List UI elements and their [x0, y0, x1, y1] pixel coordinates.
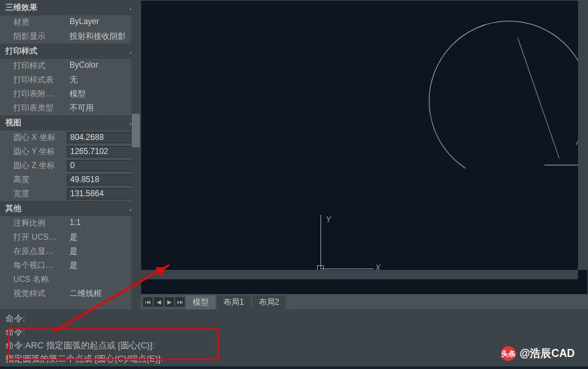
prop-row: UCS 名称 [0, 273, 140, 287]
viewport[interactable]: YX 指定圆弧的端点: 7.6696<251° [140, 0, 588, 295]
prop-row: 打印样式表无 [0, 73, 140, 87]
properties-panel: 三维效果▲ 材质ByLayer 阴影显示投射和接收阴影 打印样式▲ 打印样式By… [0, 0, 140, 309]
section-other[interactable]: 其他▲ [0, 201, 140, 216]
prop-row: 圆心 Y 坐标1265.7102 [0, 145, 140, 159]
prop-row: 圆心 X 坐标804.2688 [0, 131, 140, 145]
viewport-vscroll[interactable] [578, 1, 587, 270]
center-x-input[interactable]: 804.2688 [67, 132, 140, 143]
prop-row: 打开 UCS…是 [0, 230, 140, 244]
prop-row: 每个视口…是 [0, 259, 140, 273]
prop-row: 高度49.8518 [0, 173, 140, 187]
center-z-input[interactable]: 0 [67, 160, 140, 171]
section-3d-effects[interactable]: 三维效果▲ [0, 0, 140, 15]
tab-first-icon[interactable]: ⏮ [143, 297, 153, 307]
command-line[interactable]: 命令: 命令: 命令:ARC 指定圆弧的起点或 [圆心(C)]: 指定圆弧的第二… [0, 309, 588, 366]
prop-row: 打印表附…模型 [0, 87, 140, 101]
prop-row: 打印表类型不可用 [0, 101, 140, 115]
tab-last-icon[interactable]: ⏭ [175, 297, 185, 307]
prop-row: 打印样式ByColor [0, 59, 140, 73]
arc-preview [414, 6, 588, 197]
tab-layout2[interactable]: 布局2 [252, 295, 286, 309]
section-print-style[interactable]: 打印样式▲ [0, 44, 140, 59]
tab-layout1[interactable]: 布局1 [217, 295, 251, 309]
center-y-input[interactable]: 1265.7102 [67, 146, 140, 157]
prop-row: 宽度131.5864 [0, 187, 140, 201]
watermark: 头条 @浩辰CAD [501, 346, 575, 361]
prop-row: 在原点显…是 [0, 244, 140, 259]
drawing-area: YX 指定圆弧的端点: 7.6696<251° ⏮ ◀ ▶ ⏭ 模型 布局1 布… [140, 0, 588, 309]
width-input[interactable]: 131.5864 [67, 188, 140, 200]
prop-row: 圆心 Z 坐标0 [0, 159, 140, 173]
annotation-highlight-box [8, 328, 219, 360]
tab-prev-icon[interactable]: ◀ [154, 297, 163, 307]
viewport-hscroll[interactable] [141, 270, 578, 279]
panel-scrollbar[interactable] [131, 0, 140, 309]
prop-row: 材质ByLayer [0, 15, 140, 29]
height-input[interactable]: 49.8518 [67, 174, 140, 186]
toutiao-logo-icon: 头条 [501, 346, 516, 361]
tab-next-icon[interactable]: ▶ [165, 297, 174, 307]
layout-tabs: ⏮ ◀ ▶ ⏭ 模型 布局1 布局2 [140, 295, 588, 309]
section-view[interactable]: 视图▲ [0, 115, 140, 131]
tab-model[interactable]: 模型 [186, 295, 215, 309]
prop-row: 注释比例1:1 [0, 216, 140, 230]
prop-row: 阴影显示投射和接收阴影 [0, 29, 140, 44]
